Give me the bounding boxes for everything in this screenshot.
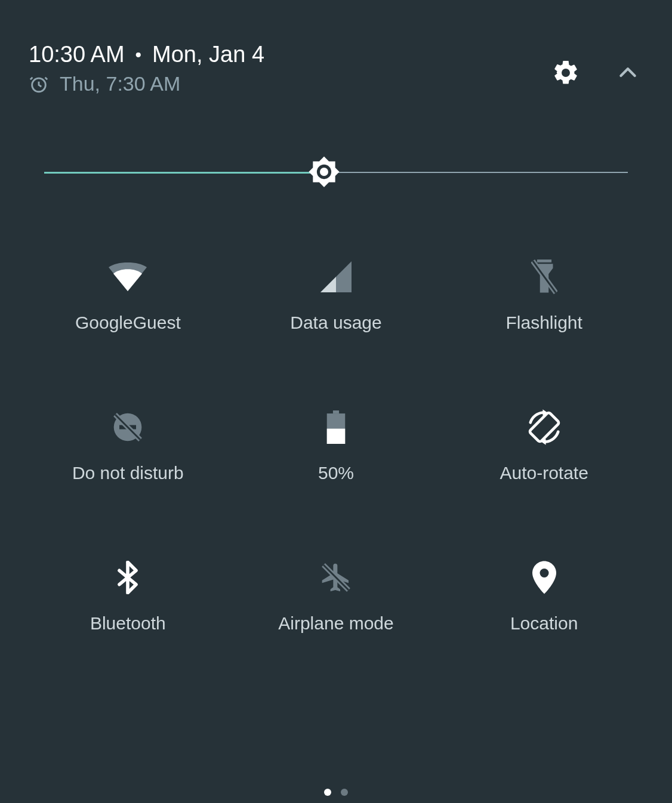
bluetooth-icon: [117, 561, 138, 594]
tile-label: Do not disturb: [72, 463, 184, 483]
svg-point-19: [540, 569, 548, 577]
tile-label: Auto-rotate: [500, 463, 588, 483]
tile-cellular[interactable]: Data usage: [232, 260, 440, 333]
tile-label: GoogleGuest: [75, 313, 181, 333]
svg-point-3: [320, 168, 328, 176]
tile-label: Airplane mode: [278, 613, 393, 634]
wifi-icon: [109, 260, 147, 294]
auto-rotate-icon: [526, 410, 563, 444]
battery-50-icon: [326, 410, 346, 444]
next-alarm[interactable]: Thu, 7:30 AM: [29, 72, 551, 95]
location-icon: [532, 561, 556, 594]
clock-time: 10:30 AM: [29, 42, 125, 67]
tile-battery-50[interactable]: 50%: [232, 410, 440, 483]
svg-rect-4: [537, 260, 551, 262]
tile-auto-rotate[interactable]: Auto-rotate: [440, 410, 648, 483]
slider-track-fill: [44, 172, 324, 174]
dnd-off-icon: [111, 410, 144, 444]
quick-settings-tiles: GoogleGuest Data usage Flashlight Do not…: [0, 260, 672, 634]
settings-button[interactable]: [551, 58, 580, 87]
tile-label: 50%: [318, 463, 354, 483]
brightness-slider[interactable]: [44, 155, 628, 189]
chevron-up-icon: [616, 61, 640, 85]
clock-date: Mon, Jan 4: [152, 42, 264, 67]
collapse-button[interactable]: [616, 61, 640, 85]
slider-thumb[interactable]: [307, 155, 341, 189]
cellular-icon: [320, 260, 352, 294]
svg-rect-11: [333, 410, 339, 413]
alarm-icon: [29, 74, 49, 94]
time-and-date[interactable]: 10:30 AM • Mon, Jan 4: [29, 42, 551, 67]
tile-label: Bluetooth: [90, 613, 166, 634]
airplane-off-icon: [319, 561, 353, 594]
header-left: 10:30 AM • Mon, Jan 4 Thu, 7:30 AM: [29, 42, 551, 95]
tile-flashlight-off[interactable]: Flashlight: [440, 260, 648, 333]
tile-wifi[interactable]: GoogleGuest: [24, 260, 232, 333]
flashlight-off-icon: [531, 260, 557, 294]
tile-airplane-off[interactable]: Airplane mode: [232, 561, 440, 634]
alarm-text: Thu, 7:30 AM: [60, 72, 180, 95]
svg-rect-13: [327, 429, 346, 444]
page-dot-1[interactable]: [341, 789, 348, 796]
tile-location[interactable]: Location: [440, 561, 648, 634]
header-right: [551, 42, 643, 87]
gear-icon: [551, 58, 580, 87]
tile-dnd-off[interactable]: Do not disturb: [24, 410, 232, 483]
tile-label: Location: [510, 613, 578, 634]
brightness-icon: [307, 155, 341, 189]
page-indicator[interactable]: [0, 789, 672, 796]
tile-label: Flashlight: [505, 313, 582, 333]
tile-label: Data usage: [290, 313, 381, 333]
page-dot-0[interactable]: [324, 789, 331, 796]
quick-settings-header: 10:30 AM • Mon, Jan 4 Thu, 7:30 AM: [0, 0, 672, 95]
tile-bluetooth[interactable]: Bluetooth: [24, 561, 232, 634]
